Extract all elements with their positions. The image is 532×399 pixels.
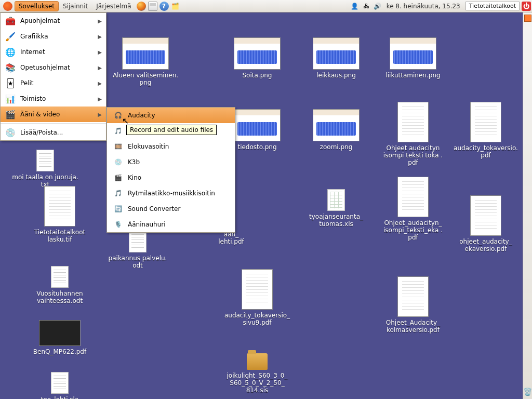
spreadsheet-icon [327, 189, 345, 211]
clock[interactable]: ke 8. heinäkuuta, 15.23 [383, 3, 463, 10]
app-menu-add-remove[interactable]: 💿Lisää/Poista... [1, 125, 106, 140]
chevron-right-icon: ▶ [98, 49, 102, 55]
document-icon [129, 231, 147, 252]
submenu-item-label: K3b [128, 158, 140, 166]
folder-icon [247, 353, 268, 370]
menu-item-icon: 🖌️ [5, 31, 16, 42]
submenu-item-label: Elokuvasoitin [128, 143, 169, 150]
applications-menu: 🧰Apuohjelmat▶🖌️Grafiikka▶🌐Internet▶📚Opet… [0, 12, 107, 141]
submenu-item-label: Kino [128, 174, 141, 181]
thumbnail [313, 37, 360, 70]
workspace-switcher-icon[interactable] [524, 15, 531, 22]
submenu-item-2[interactable]: 🎞️Elokuvasoitin [107, 139, 235, 154]
submenu-item-5[interactable]: 🎵Rytmilaatikko-musiikkisoitin [107, 185, 235, 201]
desktop-icon-0[interactable]: Alueen valitseminen.png [107, 37, 184, 86]
icon-label: audacity_tokaversio.pdf [447, 144, 525, 159]
desktop-icon-13[interactable]: tyoajanseuranta_tuomas.xls [297, 189, 375, 228]
icon-label: audacity_tokaversio_sivu9.pdf [218, 312, 296, 326]
submenu-item-icon: 🎵 [112, 188, 124, 199]
menu-item-label: Grafiikka [20, 33, 48, 40]
chevron-right-icon: ▶ [98, 34, 102, 39]
desktop-icon-7[interactable]: Ohjeet audacityn isompi teksti toka .pdf [374, 102, 452, 166]
icon-label: aan_lehti.pdf [192, 231, 270, 245]
menu-item-label: Toimisto [20, 95, 46, 102]
shutdown-icon[interactable]: ⏻ [522, 2, 531, 11]
submenu-item-label: Rytmilaatikko-musiikkisoitin [128, 190, 215, 197]
notification-banner[interactable]: Tietotaitotalkoot [466, 2, 520, 10]
app-menu-item-6[interactable]: 🎬Ääni & video▶ [1, 107, 106, 122]
submenu-item-label: Audacity [128, 112, 155, 119]
app-menu-item-5[interactable]: 📊Toimisto▶ [1, 91, 106, 107]
desktop-icon-6[interactable]: zoomi.png [297, 109, 375, 151]
app-menu-item-0[interactable]: 🧰Apuohjelmat▶ [1, 13, 106, 29]
desktop-icon-9[interactable]: moi taalla on juoruja.txt [6, 150, 84, 188]
app-menu-item-2[interactable]: 🌐Internet▶ [1, 44, 106, 60]
submenu-item-6[interactable]: 🔄Sound Converter [107, 201, 235, 217]
document-icon [51, 266, 69, 288]
thumbnail [390, 37, 436, 70]
desktop-icon-16[interactable]: Vuosituhannen vaihteessa.odt [21, 266, 99, 304]
menu-item-icon: 🃏 [5, 77, 16, 89]
desktop-icon-21[interactable]: tee_lehti.sla [21, 372, 99, 399]
desktop-icon-19[interactable]: Ohjeet_Audacity_kolmasversio.pdf [374, 276, 452, 334]
mail-launcher-icon[interactable] [148, 2, 157, 11]
firefox-launcher-icon[interactable] [137, 2, 146, 11]
icon-label: paikannus palvelu.odt [99, 255, 177, 269]
thumbnail [470, 102, 501, 142]
right-edge-panel: 🗑️ [523, 12, 532, 399]
menu-item-icon: 🧰 [5, 15, 16, 26]
desktop-icon-11[interactable]: paikannus palvelu.odt [99, 231, 177, 269]
chevron-right-icon: ▶ [98, 65, 102, 71]
submenu-item-icon: 🎵 [112, 125, 124, 137]
desktop-icon-10[interactable]: Tietotaitotalkoot lasku.tif [21, 186, 99, 243]
submenu-item-4[interactable]: 🎬Kino [107, 170, 235, 185]
app-menu-item-4[interactable]: 🃏Pelit▶ [1, 75, 106, 91]
app-menu-item-1[interactable]: 🖌️Grafiikka▶ [1, 29, 106, 44]
submenu-item-label: Ääninauhuri [128, 221, 166, 228]
menu-system[interactable]: Järjestelmä [92, 1, 135, 11]
icon-label: joikulight_S60_3_0_S60_5_0_V_2_50_814.si… [218, 372, 296, 394]
thumbnail [234, 109, 281, 141]
chevron-right-icon: ▶ [98, 18, 102, 24]
icon-label: tyoajanseuranta_tuomas.xls [297, 213, 375, 228]
chevron-right-icon: ▶ [98, 81, 102, 86]
ubuntu-logo-icon [3, 2, 12, 11]
user-switch-icon[interactable]: 👤 [350, 2, 360, 11]
thumbnail [39, 320, 81, 346]
other-launcher-icon[interactable]: 🗂️ [171, 2, 180, 11]
file-icon [51, 372, 69, 394]
desktop-icon-20[interactable]: joikulight_S60_3_0_S60_5_0_V_2_50_814.si… [218, 353, 296, 394]
icon-label: zoomi.png [297, 143, 375, 151]
submenu-item-label: Sound Converter [128, 205, 180, 212]
desktop-icon-17[interactable]: BenQ_MP622.pdf [21, 320, 99, 355]
submenu-item-3[interactable]: 💿K3b [107, 154, 235, 170]
thumbnail [44, 186, 75, 227]
volume-icon[interactable]: 🔊 [373, 2, 382, 11]
trash-icon[interactable]: 🗑️ [523, 388, 532, 396]
desktop-icon-2[interactable]: leikkaus.png [297, 37, 375, 79]
submenu-item-7[interactable]: 🎙️Ääninauhuri [107, 217, 235, 232]
desktop-icon-3[interactable]: liikuttaminen.png [374, 37, 452, 79]
menu-applications[interactable]: Sovellukset [15, 1, 59, 11]
desktop-icon-18[interactable]: audacity_tokaversio_sivu9.pdf [218, 269, 296, 326]
thumbnail [470, 195, 501, 236]
submenu-item-icon: 💿 [112, 156, 124, 168]
icon-label: Ohjeet_Audacity_kolmasversio.pdf [374, 319, 452, 334]
desktop-icon-1[interactable]: Soita.png [218, 37, 296, 79]
desktop-icon-12[interactable]: aan_lehti.pdf [192, 231, 270, 245]
menu-places[interactable]: Sijainnit [59, 1, 92, 11]
submenu-item-icon: 🎞️ [112, 141, 124, 152]
thumbnail [397, 177, 429, 217]
icon-label: Soita.png [218, 72, 296, 79]
app-menu-item-3[interactable]: 📚Opetusohjelmat▶ [1, 60, 106, 75]
submenu-item-0[interactable]: 🎧Audacity [107, 108, 235, 123]
submenu-item-icon: 🎧 [112, 110, 124, 121]
desktop-icon-14[interactable]: Ohjeet_audacityn_isompi_teksti_eka .pdf [374, 177, 452, 241]
submenu-item-icon: 🎙️ [112, 219, 124, 230]
thumbnail [313, 109, 360, 141]
desktop-icon-15[interactable]: ohjeet_audacity_ekaversio.pdf [447, 195, 525, 252]
help-launcher-icon[interactable]: ? [159, 2, 169, 11]
icon-label: Ohjeet audacityn isompi teksti toka .pdf [374, 144, 452, 166]
desktop-icon-8[interactable]: audacity_tokaversio.pdf [447, 102, 525, 159]
network-icon[interactable]: 🖧 [362, 2, 371, 11]
